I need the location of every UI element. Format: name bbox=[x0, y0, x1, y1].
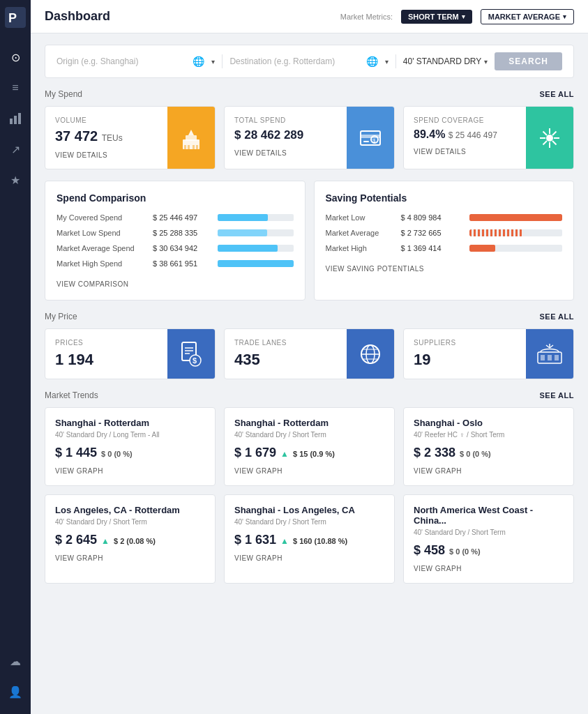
trends-see-all[interactable]: SEE ALL bbox=[539, 391, 574, 400]
destination-globe-icon: 🌐 bbox=[366, 56, 378, 67]
sidebar-item-cloud[interactable]: ☁ bbox=[3, 648, 28, 674]
saving-high-label: Market High bbox=[326, 244, 395, 252]
spend-comparison-title: Spend Comparison bbox=[56, 192, 294, 204]
trend-change-2: $ 0 (0 %) bbox=[460, 450, 491, 458]
trend-change-1: $ 15 (0.9 %) bbox=[293, 450, 335, 458]
saving-avg-label: Market Average bbox=[326, 229, 395, 237]
total-spend-card: TOTAL SPEND $ 28 462 289 VIEW DETAILS $ bbox=[224, 106, 395, 169]
saving-low-bar bbox=[469, 214, 563, 221]
comparison-row-market-low: Market Low Spend $ 25 288 335 bbox=[56, 229, 294, 237]
saving-high-bar bbox=[469, 245, 563, 252]
short-term-button[interactable]: SHORT TERM ▾ bbox=[401, 10, 472, 24]
svg-rect-13 bbox=[363, 141, 369, 142]
view-graph-0[interactable]: VIEW GRAPH bbox=[55, 467, 103, 475]
search-button[interactable]: SEARCH bbox=[495, 52, 562, 70]
svg-line-24 bbox=[543, 141, 548, 145]
saving-row-market-high: Market High $ 1 369 414 bbox=[326, 244, 563, 252]
volume-icon bbox=[167, 107, 215, 169]
price-section-title: My Price bbox=[45, 312, 77, 321]
svg-text:$: $ bbox=[372, 137, 376, 144]
destination-input[interactable] bbox=[229, 56, 359, 66]
page-title: Dashboard bbox=[45, 9, 110, 24]
trend-value-5: $ 458 $ 0 (0 %) bbox=[414, 543, 564, 558]
svg-rect-9 bbox=[193, 145, 195, 149]
svg-rect-38 bbox=[548, 355, 552, 360]
market-metrics: Market Metrics: SHORT TERM ▾ MARKET AVER… bbox=[340, 9, 574, 24]
svg-rect-3 bbox=[14, 116, 17, 124]
origin-input[interactable] bbox=[56, 56, 186, 66]
main-content: Dashboard Market Metrics: SHORT TERM ▾ M… bbox=[31, 0, 588, 714]
view-comparison-link[interactable]: VIEW COMPARISON bbox=[56, 280, 128, 288]
trend-route-1: Shanghai - Rotterdam bbox=[234, 418, 384, 428]
logo[interactable]: P bbox=[5, 7, 26, 28]
container-type-select[interactable]: 40' STANDARD DRY ▾ bbox=[403, 56, 488, 66]
sidebar-item-trending[interactable]: ↗ bbox=[3, 137, 28, 162]
view-graph-5[interactable]: VIEW GRAPH bbox=[414, 565, 462, 572]
trend-route-0: Shanghai - Rotterdam bbox=[55, 418, 205, 428]
sidebar-item-home[interactable]: ⊙ bbox=[3, 45, 28, 70]
container-divider bbox=[395, 54, 396, 68]
comparison-row-covered: My Covered Spend $ 25 446 497 bbox=[56, 213, 294, 222]
spend-coverage-icon bbox=[526, 107, 573, 169]
sidebar-item-filter[interactable]: ≡ bbox=[3, 75, 28, 100]
market-avg-bar bbox=[218, 245, 294, 252]
svg-rect-37 bbox=[541, 355, 545, 360]
view-saving-link[interactable]: VIEW SAVING POTENTIALS bbox=[326, 265, 424, 273]
trend-card-4: Shanghai - Los Angeles, CA 40' Standard … bbox=[224, 494, 395, 584]
view-graph-2[interactable]: VIEW GRAPH bbox=[414, 467, 462, 475]
view-graph-1[interactable]: VIEW GRAPH bbox=[234, 467, 282, 475]
svg-line-22 bbox=[552, 141, 557, 145]
svg-rect-6 bbox=[186, 135, 197, 141]
origin-dropdown-arrow[interactable]: ▾ bbox=[211, 58, 215, 66]
saving-potentials-title: Saving Potentials bbox=[326, 192, 563, 204]
trend-route-2: Shanghai - Oslo bbox=[414, 418, 564, 428]
trend-arrow-4: ▲ bbox=[280, 536, 289, 546]
trend-card-1: Shanghai - Rotterdam 40' Standard Dry / … bbox=[224, 407, 395, 486]
comparison-row-market-avg: Market Average Spend $ 30 634 942 bbox=[56, 244, 294, 252]
trade-lanes-card: TRADE LANES 435 bbox=[224, 328, 395, 379]
saving-row-market-low: Market Low $ 4 809 984 bbox=[326, 213, 563, 222]
sidebar-item-star[interactable]: ★ bbox=[3, 167, 28, 192]
spend-cards: VOLUME 37 472 TEUs VIEW DETAILS bbox=[45, 106, 574, 169]
svg-rect-2 bbox=[10, 119, 13, 124]
market-low-amount: $ 25 288 335 bbox=[153, 229, 212, 237]
trend-value-3: $ 2 645 ▲ $ 2 (0.08 %) bbox=[55, 533, 205, 547]
svg-rect-7 bbox=[184, 145, 186, 149]
trend-meta-3: 40' Standard Dry / Short Term bbox=[55, 518, 205, 526]
my-price-section: My Price SEE ALL PRICES 1 194 bbox=[45, 312, 574, 379]
sidebar-item-chart[interactable] bbox=[3, 106, 28, 131]
search-bar: 🌐 ▾ 🌐 ▾ 40' STANDARD DRY ▾ SEARCH bbox=[45, 45, 574, 78]
covered-bar bbox=[218, 214, 294, 221]
view-graph-4[interactable]: VIEW GRAPH bbox=[234, 554, 282, 562]
trend-arrow-3: ▲ bbox=[101, 536, 110, 546]
spend-section-title: My Spend bbox=[45, 89, 82, 99]
price-see-all[interactable]: SEE ALL bbox=[539, 312, 574, 321]
trend-value-2: $ 2 338 $ 0 (0 %) bbox=[414, 446, 564, 460]
price-section-header: My Price SEE ALL bbox=[45, 312, 574, 321]
svg-rect-8 bbox=[188, 145, 190, 149]
market-high-bar bbox=[218, 260, 294, 267]
volume-card: VOLUME 37 472 TEUs VIEW DETAILS bbox=[45, 106, 216, 169]
trend-route-4: Shanghai - Los Angeles, CA bbox=[234, 505, 384, 515]
market-average-button[interactable]: MARKET AVERAGE ▾ bbox=[481, 9, 574, 24]
suppliers-card: SUPPLIERS 19 bbox=[403, 328, 574, 379]
trend-route-3: Los Angeles, CA - Rotterdam bbox=[55, 505, 205, 515]
trend-change-0: $ 0 (0 %) bbox=[101, 450, 133, 458]
market-low-label: Market Low Spend bbox=[56, 229, 147, 237]
trend-value-0: $ 1 445 $ 0 (0 %) bbox=[55, 446, 205, 460]
destination-dropdown-arrow[interactable]: ▾ bbox=[385, 58, 389, 66]
saving-row-market-avg: Market Average $ 2 732 665 bbox=[326, 229, 563, 237]
analysis-panels: Spend Comparison My Covered Spend $ 25 4… bbox=[45, 181, 574, 301]
trend-change-4: $ 160 (10.88 %) bbox=[293, 537, 347, 545]
trend-change-3: $ 2 (0.08 %) bbox=[114, 537, 156, 545]
trend-card-0: Shanghai - Rotterdam 40' Standard Dry / … bbox=[45, 407, 216, 486]
trend-card-3: Los Angeles, CA - Rotterdam 40' Standard… bbox=[45, 494, 216, 584]
search-divider bbox=[222, 54, 223, 68]
sidebar-item-user[interactable]: 👤 bbox=[3, 679, 28, 704]
spend-see-all[interactable]: SEE ALL bbox=[539, 90, 574, 98]
market-avg-spend-amount: $ 30 634 942 bbox=[153, 244, 212, 252]
view-graph-3[interactable]: VIEW GRAPH bbox=[55, 554, 103, 562]
trend-value-1: $ 1 679 ▲ $ 15 (0.9 %) bbox=[234, 446, 384, 460]
trend-meta-5: 40' Standard Dry / Short Term bbox=[414, 529, 564, 536]
saving-low-label: Market Low bbox=[326, 213, 395, 222]
